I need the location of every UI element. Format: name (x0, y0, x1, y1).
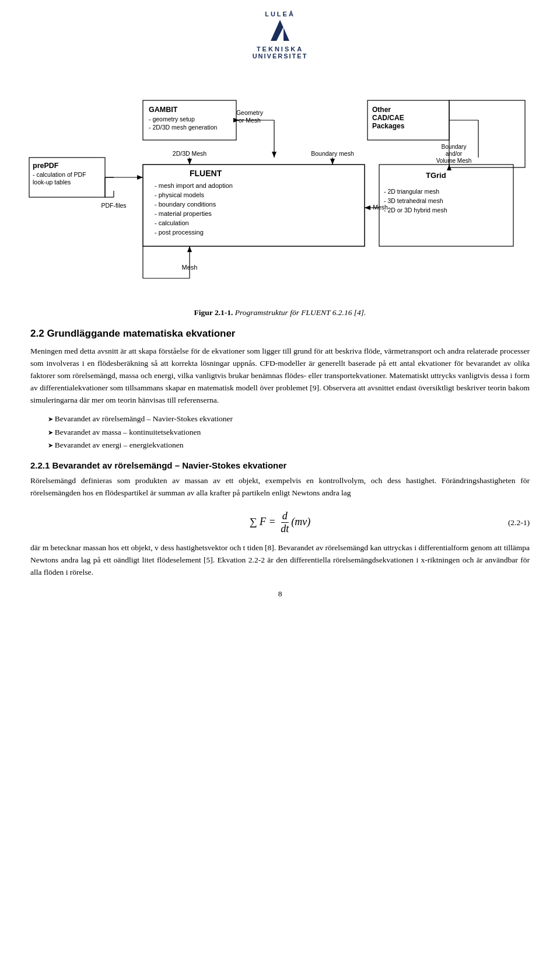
university-logo: LULEÅ TEKNISKA UNIVERSITET (253, 11, 308, 60)
svg-marker-61 (187, 246, 192, 252)
section-heading: 2.2 Grundläggande matematiska ekvationer (30, 328, 530, 340)
svg-text:2D/3D Mesh: 2D/3D Mesh (173, 150, 207, 157)
subsection-title: Bevarandet av rörelsemängd – Navier-Stok… (52, 460, 287, 470)
svg-text:Geometry: Geometry (236, 109, 264, 116)
svg-text:- calculation of PDF: - calculation of PDF (33, 171, 86, 178)
svg-marker-0 (271, 20, 289, 41)
svg-text:prePDF: prePDF (33, 162, 59, 170)
svg-text:GAMBIT: GAMBIT (149, 106, 178, 114)
svg-text:- post processing: - post processing (155, 229, 204, 236)
bullet-item-3: Bevarandet av energi – energiekvationen (48, 439, 530, 452)
svg-marker-32 (330, 159, 335, 165)
svg-text:Volume Mesh: Volume Mesh (436, 158, 472, 164)
svg-text:Packages: Packages (372, 122, 405, 130)
subsection-text2: där m betecknar massan hos ett objekt, v… (30, 542, 530, 579)
bullet-item-2: Bevarandet av massa – kontinuitetsekvati… (48, 426, 530, 439)
logo-line1: LULEÅ (265, 11, 295, 18)
logo-icon (267, 19, 293, 44)
formula: ∑ F = d dt (mv) (250, 510, 311, 535)
svg-text:Other: Other (372, 106, 391, 114)
svg-marker-29 (187, 159, 192, 165)
svg-text:FLUENT: FLUENT (190, 169, 222, 178)
diagram-area: prePDF - calculation of PDF look-up tabl… (0, 65, 560, 305)
subsection-heading: 2.2.1 Bevarandet av rörelsemängd – Navie… (30, 460, 530, 470)
figure-caption-text: Programstruktur för FLUENT 6.2.16 [4]. (233, 308, 366, 317)
figure-caption: Figur 2.1-1. Programstruktur för FLUENT … (0, 308, 560, 317)
svg-text:- boundary conditions: - boundary conditions (155, 201, 216, 208)
svg-text:- 2D triangular mesh: - 2D triangular mesh (384, 188, 439, 195)
section-title: Grundläggande matematiska ekvationer (47, 328, 235, 339)
bullet-list: Bevarandet av rörelsemängd – Navier-Stok… (48, 413, 530, 453)
svg-text:CAD/CAE: CAD/CAE (372, 114, 404, 122)
svg-marker-50 (365, 205, 370, 210)
bullet-item-1: Bevarandet av rörelsemängd – Navier-Stok… (48, 413, 530, 426)
svg-text:- physical models: - physical models (155, 191, 204, 198)
svg-text:Boundary: Boundary (442, 144, 467, 150)
svg-marker-47 (137, 175, 143, 180)
section-intro-text: Meningen med detta avsnitt är att skapa … (30, 345, 530, 407)
page-number: 8 (0, 589, 560, 604)
subsection-text1: Rörelsemängd definieras som produkten av… (30, 475, 530, 499)
svg-text:and/or: and/or (446, 151, 463, 157)
diagram-svg-wrap: prePDF - calculation of PDF look-up tabl… (23, 71, 537, 299)
svg-text:- calculation: - calculation (155, 219, 189, 226)
svg-text:- 2D/3D mesh generation: - 2D/3D mesh generation (149, 124, 217, 131)
figure-caption-bold: Figur 2.1-1. (194, 308, 233, 317)
svg-text:PDF-files: PDF-files (101, 202, 126, 209)
svg-text:Boundary mesh: Boundary mesh (311, 150, 354, 157)
svg-text:look-up tables: look-up tables (33, 179, 71, 186)
svg-text:- mesh import and adoption: - mesh import and adoption (155, 182, 233, 189)
svg-marker-17 (272, 152, 276, 158)
svg-text:- material properties: - material properties (155, 210, 212, 217)
main-content: 2.2 Grundläggande matematiska ekvationer… (0, 328, 560, 579)
svg-text:TGrid: TGrid (426, 171, 446, 180)
svg-text:- 2D or 3D hybrid mesh: - 2D or 3D hybrid mesh (384, 207, 447, 214)
page-header: LULEÅ TEKNISKA UNIVERSITET (0, 0, 560, 65)
svg-text:- 3D tetrahedral mesh: - 3D tetrahedral mesh (384, 197, 443, 204)
formula-area: ∑ F = d dt (mv) (2.2-1) (30, 510, 530, 535)
svg-text:- geometry setup: - geometry setup (149, 116, 195, 123)
flow-diagram: prePDF - calculation of PDF look-up tabl… (23, 71, 537, 299)
section-number: 2.2 (30, 328, 44, 339)
svg-rect-51 (379, 165, 513, 246)
logo-line2: TEKNISKA (257, 46, 303, 53)
logo-line3: UNIVERSITET (253, 53, 308, 60)
formula-number: (2.2-1) (508, 518, 530, 527)
subsection-number: 2.2.1 (30, 460, 50, 470)
